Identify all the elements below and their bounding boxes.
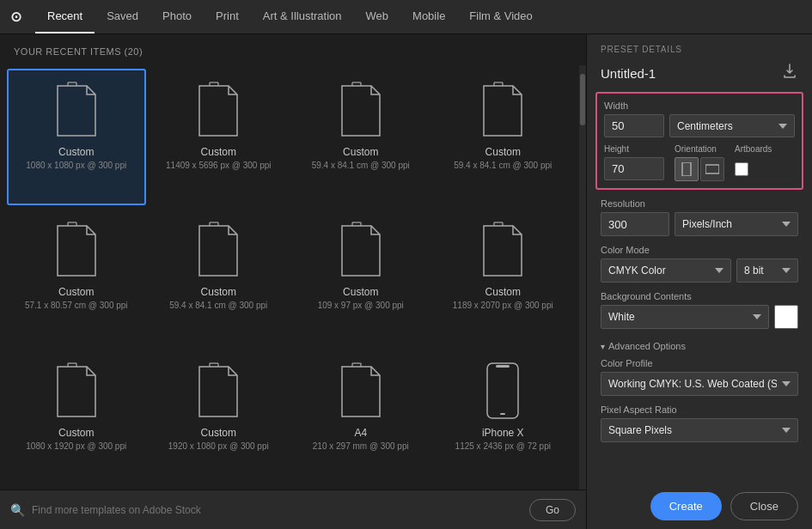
scroll-track[interactable] [579,65,586,489]
item-desc: 1920 x 1080 px @ 300 ppi [168,441,269,452]
save-preset-button[interactable] [781,63,798,83]
orientation-label: Orientation [675,144,724,154]
nav-tab-art[interactable]: Art & Illustration [251,0,354,33]
scroll-thumb [580,74,585,125]
item-name: Custom [485,286,521,298]
right-panel: PRESET DETAILS Untitled-1 Width Centimet… [587,34,812,529]
go-button[interactable]: Go [529,499,576,521]
color-profile-select[interactable]: Working CMYK: U.S. Web Coated (S...sRGB … [601,372,798,396]
item-desc: 1125 x 2436 px @ 72 ppi [455,441,551,452]
color-mode-inputs: CMYK ColorRGB ColorGrayscaleBitmapLab Co… [601,258,798,283]
bg-select[interactable]: WhiteBlackBackground ColorTransparentCus… [601,305,769,329]
main-content: YOUR RECENT ITEMS (20) Custom 1080 x 108… [0,34,812,529]
width-label: Width [604,100,795,111]
pixel-aspect-row: Pixel Aspect Ratio Square PixelsD1/DV NT… [601,404,798,442]
resolution-unit-select[interactable]: Pixels/InchPixels/Centimeter [675,212,798,236]
width-input[interactable] [604,114,664,137]
bit-depth-select[interactable]: 8 bit16 bit32 bit [736,258,798,283]
nav-tab-print[interactable]: Print [204,0,251,33]
grid-item-1[interactable]: Custom 11409 x 5696 px @ 300 ppi [150,69,289,205]
height-label: Height [604,144,664,154]
grid-item-9[interactable]: Custom 1920 x 1080 px @ 300 ppi [150,350,289,486]
grid-scroll-area: Custom 1080 x 1080 px @ 300 ppi Custom 1… [0,65,586,489]
item-desc: 59.4 x 84.1 cm @ 300 ppi [454,160,552,171]
item-name: Custom [343,146,378,158]
item-desc: 1080 x 1080 px @ 300 ppi [26,160,126,171]
document-icon [191,79,246,141]
artboards-col: Artboards [735,144,772,176]
advanced-options-toggle[interactable]: ▾ Advanced Options [601,337,798,358]
grid-item-7[interactable]: Custom 1189 x 2070 px @ 300 ppi [434,209,573,345]
document-icon [191,360,246,422]
svg-rect-37 [705,165,719,173]
grid-item-4[interactable]: Custom 57.1 x 80.57 cm @ 300 ppi [7,209,146,345]
document-icon [191,219,246,281]
grid-item-8[interactable]: Custom 1080 x 1920 px @ 300 ppi [7,350,146,486]
grid-item-3[interactable]: Custom 59.4 x 84.1 cm @ 300 ppi [434,69,573,205]
grid-item-6[interactable]: Custom 109 x 97 px @ 300 ppi [291,209,430,345]
artboards-checkbox[interactable] [735,162,748,176]
bg-contents-row: Background Contents WhiteBlackBackground… [601,291,798,329]
item-desc: 57.1 x 80.57 cm @ 300 ppi [25,300,128,311]
bg-contents-inputs: WhiteBlackBackground ColorTransparentCus… [601,305,798,329]
bottom-actions: Create Close [587,483,812,529]
item-name: Custom [58,286,94,298]
color-mode-select[interactable]: CMYK ColorRGB ColorGrayscaleBitmapLab Co… [601,258,731,283]
items-grid: Custom 1080 x 1080 px @ 300 ppi Custom 1… [0,65,579,489]
nav-tab-recent[interactable]: Recent [35,0,95,33]
color-profile-label: Color Profile [601,358,798,368]
height-input[interactable] [604,157,664,180]
nav-tab-photo[interactable]: Photo [150,0,204,33]
grid-item-0[interactable]: Custom 1080 x 1080 px @ 300 ppi [7,69,146,205]
artboards-label: Artboards [735,144,772,154]
item-name: Custom [201,427,236,439]
unit-select[interactable]: CentimetersPixelsInchesMillimetersPoints… [669,114,795,137]
pixel-aspect-label: Pixel Aspect Ratio [601,404,798,415]
nav-tab-film[interactable]: Film & Video [457,0,544,33]
search-icon: 🔍 [10,503,25,517]
grid-item-10[interactable]: A4 210 x 297 mm @ 300 ppi [291,350,430,486]
search-bar: 🔍 Go [0,489,586,529]
document-icon [49,79,104,141]
color-mode-row: Color Mode CMYK ColorRGB ColorGrayscaleB… [601,245,798,283]
create-button[interactable]: Create [650,492,722,520]
svg-rect-33 [487,363,518,418]
grid-item-5[interactable]: Custom 59.4 x 84.1 cm @ 300 ppi [150,209,289,345]
recent-count: (20) [125,46,143,57]
resolution-input[interactable] [601,212,669,236]
item-name: Custom [343,286,378,298]
recent-header-label: YOUR RECENT ITEMS [14,46,121,57]
color-mode-label: Color Mode [601,245,798,255]
height-col: Height [604,144,664,180]
grid-item-2[interactable]: Custom 59.4 x 84.1 cm @ 300 ppi [291,69,430,205]
grid-item-11[interactable]: iPhone X 1125 x 2436 px @ 72 ppi [434,350,573,486]
bg-color-swatch[interactable] [774,305,798,329]
portrait-button[interactable] [675,157,699,181]
item-desc: 59.4 x 84.1 cm @ 300 ppi [312,160,410,171]
nav-tab-mobile[interactable]: Mobile [400,0,457,33]
document-icon [333,219,388,281]
search-input[interactable] [32,504,522,516]
document-icon [333,79,388,141]
document-icon [49,219,104,281]
item-desc: 59.4 x 84.1 cm @ 300 ppi [169,300,267,311]
fields-section: Resolution Pixels/InchPixels/Centimeter … [587,198,812,451]
document-icon [475,219,530,281]
close-button[interactable]: Close [730,492,798,520]
item-name: Custom [201,146,236,158]
chevron-down-icon: ▾ [601,342,605,351]
item-desc: 210 x 297 mm @ 300 ppi [313,441,409,452]
pixel-aspect-select[interactable]: Square PixelsD1/DV NTSC (0.91) [601,418,798,442]
nav-tab-saved[interactable]: Saved [95,0,150,33]
landscape-button[interactable] [700,157,724,181]
item-name: Custom [58,427,94,439]
height-orientation-row: Height Orientation Artboards [604,144,795,181]
item-desc: 11409 x 5696 px @ 300 ppi [166,160,271,171]
document-icon [49,360,104,422]
item-name: iPhone X [482,427,524,439]
document-icon [475,79,530,141]
item-name: Custom [201,286,236,298]
advanced-options-label: Advanced Options [608,341,686,351]
nav-tab-web[interactable]: Web [354,0,401,33]
left-panel: YOUR RECENT ITEMS (20) Custom 1080 x 108… [0,34,587,529]
